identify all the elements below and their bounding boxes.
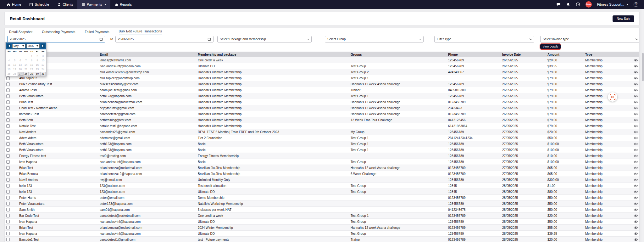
- row-checkbox[interactable]: [6, 196, 10, 200]
- row-checkbox[interactable]: [6, 130, 10, 134]
- row-checkbox[interactable]: [6, 136, 10, 140]
- cell-invoice-date: 27/05/2025: [502, 165, 547, 171]
- eye-icon[interactable]: [634, 190, 638, 193]
- eye-icon[interactable]: [634, 220, 638, 223]
- eye-icon[interactable]: [634, 59, 638, 62]
- eye-icon[interactable]: [634, 238, 638, 241]
- tab-retail-snapshot[interactable]: Retail Snapshot: [9, 30, 32, 35]
- eye-icon[interactable]: [634, 107, 638, 110]
- eye-icon[interactable]: [634, 143, 638, 145]
- row-checkbox[interactable]: [6, 202, 10, 205]
- eye-icon[interactable]: [634, 137, 638, 139]
- row-checkbox[interactable]: [6, 208, 10, 211]
- row-checkbox[interactable]: [6, 172, 10, 176]
- nav-item-schedule[interactable]: Schedule: [25, 0, 53, 9]
- row-checkbox[interactable]: [6, 226, 10, 229]
- cell-name: Navi4 Anders: [19, 177, 99, 183]
- date-from-input[interactable]: 26/05/2025: [7, 36, 105, 42]
- eye-icon[interactable]: [634, 160, 638, 163]
- eye-icon[interactable]: [634, 202, 638, 205]
- scrollbar[interactable]: [641, 9, 644, 242]
- eye-icon[interactable]: [634, 166, 638, 169]
- new-sale-button[interactable]: New Sale: [613, 15, 634, 22]
- nav-item-home[interactable]: Home: [3, 0, 25, 9]
- next-month-button[interactable]: [41, 44, 45, 48]
- view-details-button[interactable]: View Details: [540, 44, 561, 49]
- year-select[interactable]: 2025: [26, 44, 40, 48]
- eye-icon[interactable]: [634, 196, 638, 199]
- eye-icon[interactable]: [634, 226, 638, 229]
- row-checkbox[interactable]: [6, 220, 10, 223]
- user-menu[interactable]: Fitness Support...: [597, 3, 628, 6]
- date-to-input[interactable]: 26/06/2025: [115, 36, 214, 42]
- eye-icon[interactable]: [634, 131, 638, 133]
- floating-barcode-widget[interactable]: [608, 92, 617, 102]
- eye-icon[interactable]: [634, 208, 638, 211]
- eye-icon[interactable]: [634, 125, 638, 127]
- eye-icon[interactable]: [634, 214, 638, 217]
- eye-icon[interactable]: [634, 172, 638, 175]
- row-checkbox[interactable]: [6, 106, 10, 110]
- calendar-day[interactable]: 29: [29, 72, 34, 76]
- calendar-day[interactable]: 31: [40, 72, 46, 76]
- row-checkbox[interactable]: [6, 184, 10, 188]
- row-checkbox[interactable]: [6, 238, 10, 241]
- calendar-day: 21: [23, 67, 29, 71]
- month-select[interactable]: May: [12, 44, 25, 48]
- row-checkbox[interactable]: [6, 148, 10, 152]
- eye-icon[interactable]: [634, 101, 638, 104]
- nav-item-reports[interactable]: Reports: [110, 0, 136, 9]
- eye-icon[interactable]: [634, 184, 638, 187]
- row-checkbox[interactable]: [6, 94, 10, 98]
- row-checkbox[interactable]: [6, 232, 10, 235]
- eye-icon[interactable]: [634, 89, 638, 92]
- calendar-day[interactable]: 30: [35, 72, 40, 76]
- avatar[interactable]: Nm: [586, 1, 592, 8]
- filter-type-select[interactable]: Filter Type: [434, 36, 534, 42]
- row-checkbox[interactable]: [6, 112, 10, 116]
- bell-icon[interactable]: [566, 3, 570, 7]
- chat-icon[interactable]: [556, 3, 561, 6]
- help-icon[interactable]: [634, 2, 638, 7]
- row-checkbox[interactable]: [6, 178, 10, 182]
- eye-icon[interactable]: [634, 77, 638, 80]
- chevron-down-icon: [36, 45, 38, 47]
- nav-item-payments[interactable]: Payments: [77, 0, 110, 9]
- row-checkbox[interactable]: [6, 124, 10, 128]
- row-checkbox[interactable]: [6, 214, 10, 217]
- row-checkbox[interactable]: [6, 118, 10, 122]
- calendar-day[interactable]: 28: [23, 72, 29, 76]
- row-checkbox[interactable]: [6, 154, 10, 158]
- eye-icon[interactable]: [634, 95, 638, 98]
- eye-icon[interactable]: [634, 83, 638, 86]
- tab-outstanding-payments[interactable]: Outstanding Payments: [42, 30, 75, 35]
- eye-icon[interactable]: [634, 71, 638, 74]
- row-checkbox[interactable]: [6, 142, 10, 146]
- nav-item-clients[interactable]: Clients: [53, 0, 77, 9]
- package-membership-select[interactable]: Select Package and Membership: [217, 36, 312, 42]
- tab-failed-payments[interactable]: Failed Payments: [85, 30, 109, 35]
- row-checkbox[interactable]: [6, 160, 10, 164]
- row-checkbox[interactable]: [6, 190, 10, 194]
- group-select[interactable]: Select Group: [325, 36, 424, 42]
- calendar-day[interactable]: 27: [18, 72, 23, 76]
- eye-icon[interactable]: [634, 232, 638, 235]
- eye-icon[interactable]: [634, 119, 638, 121]
- invoice-type-select[interactable]: Select invoice type: [540, 36, 640, 42]
- datepicker-popup: May 2025 SuMoTuWeThFrSa 1234567891011121…: [5, 42, 47, 76]
- row-checkbox[interactable]: [6, 100, 10, 104]
- eye-icon[interactable]: [634, 178, 638, 181]
- eye-icon[interactable]: [634, 113, 638, 115]
- eye-icon[interactable]: [634, 65, 638, 68]
- eye-icon[interactable]: [634, 155, 638, 157]
- clock-icon[interactable]: [576, 2, 580, 7]
- cell-email: atul.kumar+client2@onefitstop.com: [99, 69, 197, 75]
- row-checkbox[interactable]: [6, 82, 10, 86]
- previous-month-button[interactable]: [7, 44, 11, 48]
- eye-icon[interactable]: [634, 149, 638, 151]
- row-checkbox[interactable]: [6, 88, 10, 92]
- row-checkbox[interactable]: [6, 76, 10, 80]
- scrollbar-thumb[interactable]: [642, 53, 644, 81]
- row-checkbox[interactable]: [6, 166, 10, 170]
- tab-bulk-edit-future-transactions[interactable]: Bulk Edit Future Transactions: [119, 29, 162, 35]
